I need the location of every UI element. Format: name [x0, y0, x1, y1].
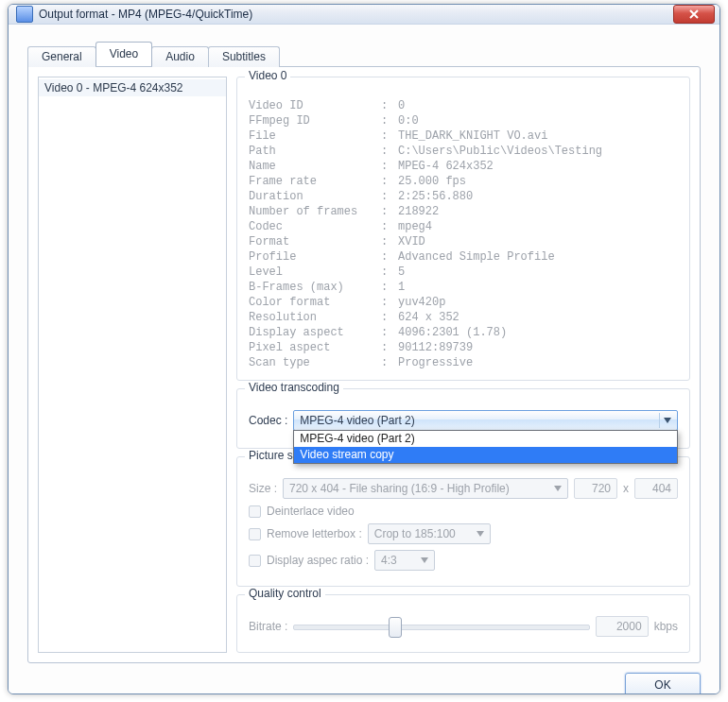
chevron-down-icon — [472, 526, 488, 541]
close-button[interactable] — [673, 5, 715, 24]
info-key: Name — [249, 159, 381, 174]
info-key: Duration — [249, 189, 381, 204]
bitrate-label: Bitrate : — [249, 620, 287, 633]
info-value: 25.000 fps — [398, 174, 466, 189]
info-key: Scan type — [249, 355, 381, 370]
info-value: mpeg4 — [398, 219, 432, 234]
bitrate-slider — [293, 616, 589, 637]
bitrate-value: 2000 — [616, 620, 642, 633]
tab-general[interactable]: General — [27, 46, 96, 67]
group-picture-size-legend: Picture si — [245, 449, 299, 462]
size-height-field: 404 — [634, 478, 678, 499]
codec-option[interactable]: Video stream copy — [294, 447, 677, 463]
info-key: B-Frames (max) — [249, 280, 381, 295]
remove-letterbox-label: Remove letterbox : — [267, 527, 362, 540]
info-value: 4096:2301 (1.78) — [398, 325, 507, 340]
info-key: Format — [249, 234, 381, 249]
info-sep: : — [381, 128, 398, 144]
info-value: 0 — [398, 98, 405, 113]
display-aspect-label: Display aspec ratio : — [267, 554, 369, 567]
codec-label: Codec : — [249, 414, 287, 427]
info-key: File — [249, 128, 381, 144]
info-sep: : — [381, 219, 398, 234]
remove-letterbox-checkbox — [249, 528, 261, 540]
dialog-window: Output format - MP4 (MPEG-4/QuickTime) G… — [8, 4, 720, 694]
info-value: MPEG-4 624x352 — [398, 159, 494, 174]
info-row: Format: XVID — [249, 234, 678, 249]
size-height-value: 404 — [652, 482, 671, 495]
info-sep: : — [381, 113, 398, 128]
info-sep: : — [381, 98, 398, 113]
info-row: File: THE_DARK_KNIGHT VO.avi — [249, 128, 678, 144]
info-key: Level — [249, 265, 381, 280]
tab-bar: General Video Audio Subtitles — [27, 42, 701, 66]
group-video-info-legend: Video 0 — [245, 69, 290, 82]
slider-thumb — [389, 617, 402, 638]
tab-audio[interactable]: Audio — [151, 46, 209, 67]
info-value: 0:0 — [398, 113, 419, 128]
info-key: Frame rate — [249, 174, 381, 189]
info-sep: : — [381, 340, 398, 355]
slider-track — [293, 625, 589, 630]
tab-video[interactable]: Video — [95, 42, 152, 66]
info-sep: : — [381, 234, 398, 249]
stream-list[interactable]: Video 0 - MPEG-4 624x352 — [38, 77, 227, 653]
chevron-down-icon — [549, 481, 565, 496]
info-row: Frame rate: 25.000 fps — [249, 174, 678, 189]
info-key: Codec — [249, 219, 381, 234]
info-row: Number of frames: 218922 — [249, 204, 678, 219]
info-value: THE_DARK_KNIGHT VO.avi — [398, 128, 547, 144]
bottom-bar: OK — [27, 663, 701, 694]
tab-page-video: Video 0 - MPEG-4 624x352 Video 0 Video I… — [27, 66, 701, 663]
info-key: Profile — [249, 249, 381, 265]
codec-combo[interactable]: MPEG-4 video (Part 2) MPEG-4 video (Part… — [293, 410, 678, 431]
ok-button[interactable]: OK — [625, 673, 701, 694]
info-row: Profile: Advanced Simple Profile — [249, 249, 678, 265]
titlebar: Output format - MP4 (MPEG-4/QuickTime) — [9, 5, 719, 25]
codec-option[interactable]: MPEG-4 video (Part 2) — [294, 431, 677, 447]
size-label: Size : — [249, 482, 277, 495]
group-quality: Quality control Bitrate : 2000 kbps — [236, 594, 690, 653]
info-value: 5 — [398, 265, 405, 280]
group-transcoding: Video transcoding Codec : MPEG-4 video (… — [236, 388, 690, 449]
info-key: Number of frames — [249, 204, 381, 219]
codec-combo-value: MPEG-4 video (Part 2) — [300, 414, 414, 427]
chevron-down-icon — [659, 413, 675, 428]
info-sep: : — [381, 174, 398, 189]
group-picture-size: Picture si Size : 720 x 404 - File shari… — [236, 456, 690, 587]
info-row: Level: 5 — [249, 265, 678, 280]
codec-combo-popup[interactable]: MPEG-4 video (Part 2) Video stream copy — [293, 430, 678, 464]
group-transcoding-legend: Video transcoding — [245, 381, 343, 394]
group-video-info: Video 0 Video ID: 0FFmpeg ID: 0:0File: T… — [236, 77, 690, 381]
info-row: Display aspect: 4096:2301 (1.78) — [249, 325, 678, 340]
info-sep: : — [381, 265, 398, 280]
chevron-down-icon — [416, 553, 432, 568]
client-area: General Video Audio Subtitles Video 0 - … — [9, 25, 719, 694]
info-value: 624 x 352 — [398, 310, 459, 325]
tab-subtitles[interactable]: Subtitles — [208, 46, 280, 67]
info-row: Scan type: Progressive — [249, 355, 678, 370]
info-value: C:\Users\Public\Videos\Testing — [398, 144, 602, 159]
display-aspect-combo: 4:3 — [374, 550, 435, 571]
info-key: Resolution — [249, 310, 381, 325]
info-sep: : — [381, 310, 398, 325]
display-aspect-checkbox — [249, 555, 261, 567]
info-value: XVID — [398, 234, 425, 249]
info-row: Duration: 2:25:56.880 — [249, 189, 678, 204]
info-row: Codec: mpeg4 — [249, 219, 678, 234]
info-row: B-Frames (max): 1 — [249, 280, 678, 295]
info-key: Color format — [249, 295, 381, 310]
info-value: 90112:89739 — [398, 340, 473, 355]
close-icon — [688, 9, 700, 19]
info-row: Pixel aspect: 90112:89739 — [249, 340, 678, 355]
stream-list-item[interactable]: Video 0 - MPEG-4 624x352 — [39, 79, 226, 96]
info-sep: : — [381, 159, 398, 174]
remove-letterbox-value: Crop to 185:100 — [374, 527, 456, 540]
group-quality-legend: Quality control — [245, 587, 325, 600]
info-sep: : — [381, 295, 398, 310]
info-sep: : — [381, 355, 398, 370]
info-sep: : — [381, 325, 398, 340]
video-info-properties: Video ID: 0FFmpeg ID: 0:0File: THE_DARK_… — [249, 98, 678, 370]
info-row: Color format: yuv420p — [249, 295, 678, 310]
deinterlace-checkbox — [249, 505, 261, 518]
